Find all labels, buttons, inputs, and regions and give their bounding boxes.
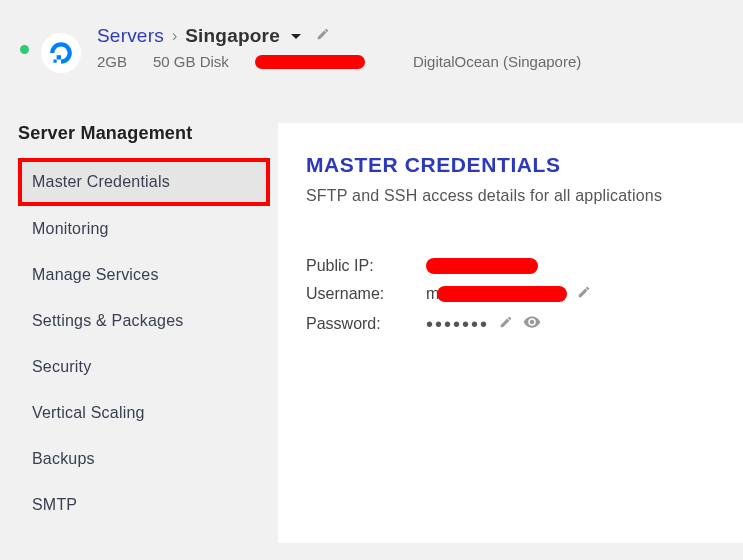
public-ip-row: Public IP: (306, 257, 715, 275)
sidebar-item-security[interactable]: Security (18, 344, 278, 390)
content-panel: MASTER CREDENTIALS SFTP and SSH access d… (278, 123, 743, 543)
sidebar-item-label: Vertical Scaling (32, 404, 145, 421)
sidebar-item-label: Manage Services (32, 266, 159, 283)
sidebar-item-smtp[interactable]: SMTP (18, 482, 278, 528)
edit-icon[interactable] (316, 27, 330, 45)
redacted-block (437, 286, 567, 302)
main-area: Server Management Master Credentials Mon… (0, 123, 743, 543)
public-ip-label: Public IP: (306, 257, 426, 275)
server-provider: DigitalOcean (Singapore) (413, 53, 581, 70)
sidebar-item-monitoring[interactable]: Monitoring (18, 206, 278, 252)
server-header: Servers › Singapore 2GB 50 GB Disk Digit… (0, 0, 743, 88)
sidebar-item-label: Backups (32, 450, 95, 467)
eye-icon[interactable] (523, 313, 541, 335)
server-ram: 2GB (97, 53, 127, 70)
header-info: Servers › Singapore 2GB 50 GB Disk Digit… (97, 25, 723, 70)
sidebar-title: Server Management (18, 123, 278, 144)
username-label: Username: (306, 285, 426, 303)
sidebar-item-backups[interactable]: Backups (18, 436, 278, 482)
sidebar-item-label: Security (32, 358, 91, 375)
digitalocean-icon (48, 40, 74, 66)
sidebar-item-manage-services[interactable]: Manage Services (18, 252, 278, 298)
redacted-block (426, 258, 538, 274)
server-disk: 50 GB Disk (153, 53, 229, 70)
sidebar-item-label: SMTP (32, 496, 77, 513)
redacted-block (255, 55, 365, 69)
svg-rect-1 (53, 60, 56, 63)
panel-subtitle: SFTP and SSH access details for all appl… (306, 187, 715, 205)
sidebar-item-label: Monitoring (32, 220, 109, 237)
breadcrumb: Servers › Singapore (97, 25, 723, 47)
breadcrumb-current: Singapore (185, 25, 280, 47)
sidebar-item-vertical-scaling[interactable]: Vertical Scaling (18, 390, 278, 436)
password-value-masked: ••••••• (426, 319, 489, 329)
edit-icon[interactable] (499, 315, 513, 333)
password-row: Password: ••••••• (306, 313, 715, 335)
breadcrumb-root-link[interactable]: Servers (97, 25, 164, 47)
chevron-right-icon: › (172, 27, 177, 45)
sidebar-item-master-credentials[interactable]: Master Credentials (18, 158, 270, 206)
username-row: Username: m (306, 285, 715, 303)
panel-title: MASTER CREDENTIALS (306, 153, 715, 177)
sidebar-item-label: Settings & Packages (32, 312, 183, 329)
sidebar-item-label: Master Credentials (32, 173, 170, 190)
edit-icon[interactable] (577, 285, 591, 303)
svg-rect-0 (57, 55, 61, 59)
sidebar: Server Management Master Credentials Mon… (0, 123, 278, 543)
dropdown-caret-icon[interactable] (290, 27, 302, 45)
password-label: Password: (306, 315, 426, 333)
sidebar-item-settings-packages[interactable]: Settings & Packages (18, 298, 278, 344)
server-meta: 2GB 50 GB Disk DigitalOcean (Singapore) (97, 53, 723, 70)
status-dot-icon (20, 45, 29, 54)
provider-logo-icon (41, 33, 81, 73)
